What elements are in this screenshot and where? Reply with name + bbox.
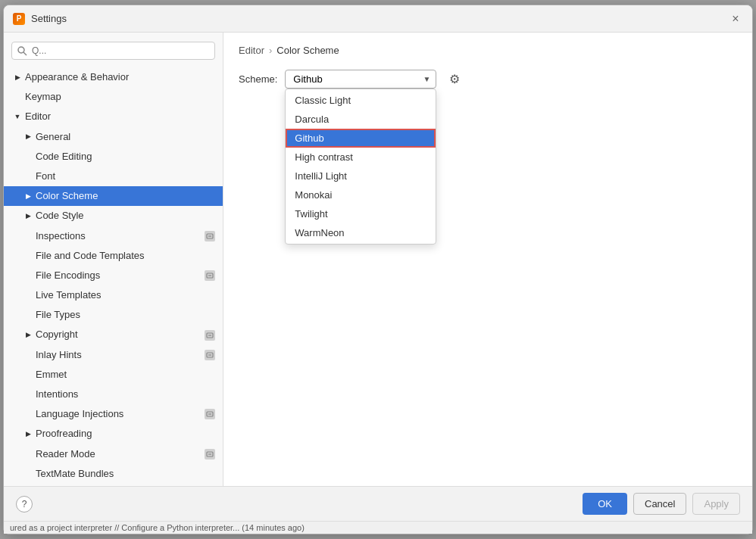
chevron-placeholder [23,370,33,379]
sidebar-item-label: Intentions [36,388,78,401]
chevron-placeholder [23,271,33,280]
gear-button[interactable]: ⚙ [444,68,465,89]
sidebar: ▶Appearance & BehaviorKeymap▼Editor▶Gene… [4,33,223,486]
chevron-icon: ▶ [13,73,22,82]
chevron-placeholder [23,152,33,161]
dropdown-item-darcula[interactable]: Darcula [286,110,436,129]
chevron-icon: ▶ [23,132,33,142]
sidebar-item-code-style[interactable]: ▶Code Style [4,206,223,226]
dropdown-item-github[interactable]: Github [286,129,436,148]
sidebar-item-label: Inlay Hints [36,348,82,362]
main-content: Editor › Color Scheme Scheme: Github ▼ C… [223,33,752,486]
chevron-icon: ▶ [23,211,33,220]
sidebar-item-label: Appearance & Behavior [25,70,129,84]
chevron-placeholder [23,351,33,360]
sidebar-item-intentions[interactable]: Intentions [4,385,223,404]
chevron-placeholder [23,450,33,459]
sidebar-item-live-templates[interactable]: Live Templates [4,285,223,305]
settings-dialog: P Settings × ▶Appearance & BehaviorKeyma… [3,5,753,534]
breadcrumb-current: Color Scheme [276,45,339,56]
sidebar-item-label: Code Style [36,209,84,223]
title-bar: P Settings × [4,5,752,33]
sidebar-item-label: General [36,130,70,144]
badge-icon [205,350,215,360]
sidebar-item-emmet[interactable]: Emmet [4,365,223,385]
sidebar-item-label: Code Editing [36,150,92,164]
breadcrumb: Editor › Color Scheme [239,45,737,56]
scheme-row: Scheme: Github ▼ Classic LightDarculaGit… [239,68,737,89]
sidebar-item-label: Proofreading [36,427,92,441]
sidebar-item-file-encodings[interactable]: File Encodings [4,266,223,285]
sidebar-item-file-types[interactable]: File Types [4,305,223,325]
sidebar-item-label: Inspections [36,229,86,243]
sidebar-item-label: Live Templates [36,288,101,302]
scheme-dropdown-container: Github ▼ Classic LightDarculaGithubHigh … [285,70,436,89]
sidebar-item-file-and-code-templates[interactable]: File and Code Templates [4,246,223,266]
chevron-icon: ▼ [13,112,22,121]
sidebar-item-inspections[interactable]: Inspections [4,226,223,246]
status-text: ured as a project interpreter // Configu… [10,523,305,532]
sidebar-item-copyright[interactable]: ▶Copyright [4,325,223,344]
dropdown-item-monokai[interactable]: Monokai [286,185,436,204]
sidebar-item-color-scheme[interactable]: ▶Color Scheme [4,186,223,206]
scheme-selected-value: Github [293,73,322,85]
sidebar-item-label: Color Scheme [36,189,98,203]
sidebar-item-label: Keymap [25,90,61,104]
dialog-footer: ? OK Cancel Apply [4,486,752,521]
status-bar: ured as a project interpreter // Configu… [4,521,752,534]
chevron-placeholder [23,410,33,419]
cancel-button[interactable]: Cancel [633,493,686,515]
dialog-body: ▶Appearance & BehaviorKeymap▼Editor▶Gene… [4,33,752,486]
scheme-label: Scheme: [239,73,277,85]
chevron-icon: ▶ [23,192,33,201]
sidebar-item-general[interactable]: ▶General [4,127,223,147]
sidebar-item-label: File Types [36,308,80,322]
search-box [4,37,223,64]
chevron-placeholder [23,310,33,319]
dropdown-item-high-contrast[interactable]: High contrast [286,148,436,167]
badge-icon [205,409,215,419]
dropdown-item-twilight[interactable]: Twilight [286,204,436,223]
sidebar-item-label: File and Code Templates [36,249,145,263]
badge-icon [205,270,215,281]
chevron-placeholder [23,172,33,181]
sidebar-item-label: TextMate Bundles [36,467,114,481]
app-icon: P [13,13,25,25]
ok-button[interactable]: OK [583,493,627,515]
scheme-dropdown[interactable]: Github ▼ [285,70,436,89]
sidebar-item-label: Editor [25,110,51,123]
sidebar-item-label: File Encodings [36,269,100,282]
sidebar-item-proofreading[interactable]: ▶Proofreading [4,424,223,444]
help-button[interactable]: ? [16,496,33,513]
footer-left: ? [16,496,33,513]
scheme-dropdown-menu: Classic LightDarculaGithubHigh contrastI… [285,89,436,245]
sidebar-item-appearance[interactable]: ▶Appearance & Behavior [4,67,223,87]
dropdown-item-intellij-light[interactable]: IntelliJ Light [286,167,436,185]
badge-icon [205,330,215,341]
sidebar-item-textmate-bundles[interactable]: TextMate Bundles [4,464,223,484]
badge-icon [205,449,215,460]
badge-icon [205,231,215,241]
close-button[interactable]: × [728,11,743,26]
sidebar-item-keymap[interactable]: Keymap [4,87,223,107]
dialog-title: Settings [31,13,67,24]
dropdown-arrow-icon: ▼ [423,75,430,83]
chevron-placeholder [23,390,33,399]
search-input[interactable] [11,42,215,60]
apply-button[interactable]: Apply [692,493,740,515]
sidebar-item-editor[interactable]: ▼Editor [4,107,223,126]
sidebar-item-font[interactable]: Font [4,167,223,186]
chevron-placeholder [23,232,33,241]
dropdown-item-classic-light[interactable]: Classic Light [286,91,436,110]
sidebar-item-code-editing[interactable]: Code Editing [4,147,223,167]
chevron-placeholder [23,469,33,478]
chevron-placeholder [13,92,22,101]
dropdown-item-warmneon[interactable]: WarmNeon [286,223,436,242]
chevron-placeholder [23,291,33,300]
sidebar-item-language-injections[interactable]: Language Injections [4,404,223,424]
sidebar-item-label: Emmet [36,368,67,382]
sidebar-item-inlay-hints[interactable]: Inlay Hints [4,345,223,365]
sidebar-item-reader-mode[interactable]: Reader Mode [4,444,223,464]
sidebar-items: ▶Appearance & BehaviorKeymap▼Editor▶Gene… [4,67,223,486]
breadcrumb-parent: Editor [239,45,264,56]
